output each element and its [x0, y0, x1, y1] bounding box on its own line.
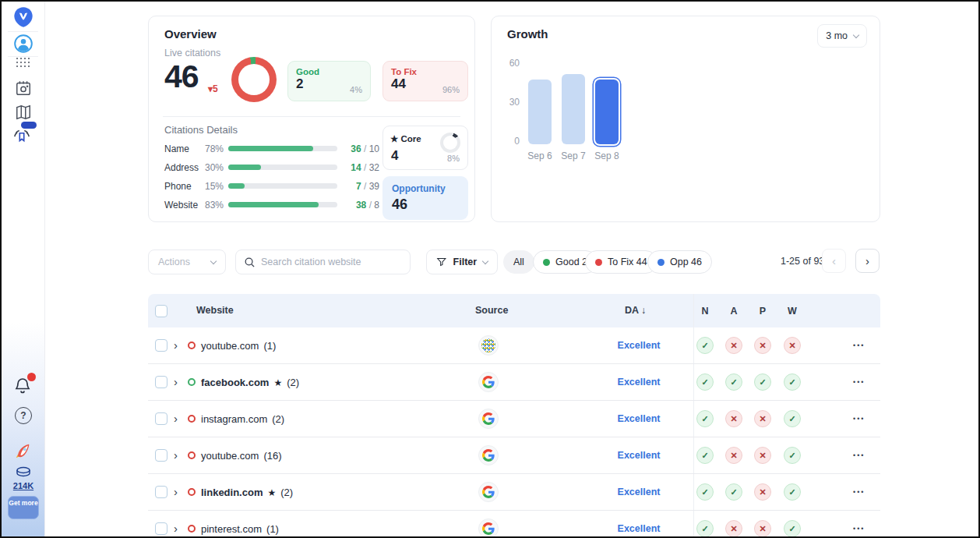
website-cell[interactable]: pinterest.com(1): [201, 523, 279, 535]
check-circle-icon: ✓: [784, 483, 801, 501]
detail-progress-track: [228, 165, 337, 170]
growth-bar[interactable]: [528, 80, 552, 144]
get-more-button[interactable]: Get more: [8, 496, 39, 519]
media-scheduler-button[interactable]: [2, 80, 45, 97]
expand-row-chevron[interactable]: ›: [174, 338, 178, 352]
detail-progress-track: [228, 183, 337, 189]
website-cell[interactable]: instagram.com(2): [201, 413, 284, 425]
row-more-button[interactable]: •••: [853, 415, 865, 423]
filter-chip[interactable]: Opp 46: [647, 250, 712, 274]
search-icon: [244, 257, 256, 268]
x-circle-icon: ✕: [725, 337, 742, 354]
website-cell[interactable]: linkedin.com★(2): [201, 487, 293, 498]
row-checkbox[interactable]: [155, 412, 167, 425]
row-checkbox[interactable]: [155, 486, 167, 498]
da-column-header[interactable]: DA ↓: [625, 305, 646, 316]
da-rating[interactable]: Excellent: [604, 340, 674, 351]
expand-row-chevron[interactable]: ›: [174, 485, 178, 498]
range-select[interactable]: 3 mo: [817, 24, 867, 48]
detail-count: 36 / 10: [351, 143, 379, 154]
opportunity-stat-card[interactable]: Opportunity 46: [382, 176, 468, 220]
row-more-button[interactable]: •••: [853, 378, 865, 386]
search-input[interactable]: [261, 257, 393, 267]
da-rating[interactable]: Excellent: [604, 523, 674, 534]
credits-count[interactable]: 214K: [2, 481, 45, 490]
detail-count: 7 / 39: [356, 181, 379, 192]
y-axis-tick: 0: [501, 136, 520, 147]
row-checkbox[interactable]: [155, 449, 167, 462]
filter-chip[interactable]: To Fix 44: [585, 250, 657, 274]
expand-row-chevron[interactable]: ›: [174, 448, 178, 462]
broadcast-beta-button[interactable]: [2, 123, 45, 147]
column-divider: [693, 474, 694, 510]
row-checkbox[interactable]: [155, 522, 167, 535]
core-donut-chart: [440, 133, 460, 153]
check-circle-icon: ✓: [784, 373, 801, 391]
row-checkbox[interactable]: [155, 339, 167, 352]
good-stat-card[interactable]: Good 2 4%: [287, 61, 371, 101]
row-more-button[interactable]: •••: [853, 451, 865, 459]
source-column-header[interactable]: Source: [475, 305, 508, 316]
google-source-icon: [478, 445, 499, 465]
napw-header-n[interactable]: N: [696, 306, 714, 317]
expand-row-chevron[interactable]: ›: [174, 412, 178, 425]
sidebar: ? 214K Get more: [2, 2, 45, 536]
row-more-button[interactable]: •••: [853, 342, 865, 349]
detail-label: Phone: [164, 181, 192, 192]
actions-select[interactable]: Actions: [148, 250, 226, 274]
google-source-icon: [478, 409, 499, 429]
apps-menu-button[interactable]: [2, 58, 45, 68]
tofix-stat-card[interactable]: To Fix 44 96%: [382, 61, 468, 101]
table-body: ›youtube.com(1)Excellent✓✕✕✕•••›facebook…: [148, 327, 880, 538]
expand-row-chevron[interactable]: ›: [174, 375, 178, 388]
detail-percent: 15%: [205, 181, 224, 192]
core-stat-card[interactable]: ★ Core 4 8%: [382, 126, 468, 170]
check-circle-icon: ✓: [696, 447, 714, 464]
expand-row-chevron[interactable]: ›: [174, 522, 178, 535]
growth-bar[interactable]: [595, 80, 619, 144]
google-source-icon: [478, 372, 499, 392]
da-rating[interactable]: Excellent: [604, 487, 674, 497]
filter-button[interactable]: Filter: [426, 250, 498, 274]
website-column-header[interactable]: Website: [196, 305, 234, 316]
credits-button[interactable]: [2, 465, 45, 480]
status-ring-to-fix: [188, 415, 196, 423]
guide-book-button[interactable]: [2, 104, 45, 121]
website-name: linkedin.com: [201, 487, 263, 498]
detail-progress-track: [228, 146, 337, 151]
table-row: ›pinterest.com(1)Excellent✓✕✕✓•••: [148, 511, 880, 538]
website-cell[interactable]: youtube.com(16): [201, 450, 282, 462]
website-cell[interactable]: facebook.com★(2): [201, 377, 299, 388]
help-button[interactable]: ?: [2, 407, 45, 424]
profile-avatar[interactable]: [2, 31, 45, 56]
da-rating[interactable]: Excellent: [604, 377, 674, 388]
core-value: 4: [391, 148, 398, 164]
status-dot: [543, 259, 550, 266]
notifications-button[interactable]: [2, 376, 45, 396]
overview-card: Overview Live citations 46 ▾5 Good 2 4% …: [148, 16, 475, 222]
divider: [163, 116, 460, 117]
table-row: ›youtube.com(1)Excellent✓✕✕✕•••: [148, 327, 880, 364]
row-checkbox[interactable]: [155, 376, 167, 388]
opportunity-value: 46: [392, 196, 407, 213]
check-circle-icon: ✓: [784, 410, 801, 427]
row-more-button[interactable]: •••: [853, 525, 865, 533]
brand-logo[interactable]: [2, 6, 45, 28]
napw-header-a[interactable]: A: [725, 306, 742, 317]
favorite-star-icon: ★: [273, 377, 282, 388]
website-cell[interactable]: youtube.com(1): [201, 340, 276, 352]
select-all-checkbox[interactable]: [155, 305, 167, 317]
opportunity-label: Opportunity: [392, 183, 446, 194]
da-rating[interactable]: Excellent: [604, 450, 674, 461]
row-more-button[interactable]: •••: [853, 488, 865, 496]
da-rating[interactable]: Excellent: [604, 413, 674, 424]
pagination-next-button[interactable]: ›: [855, 249, 880, 273]
boost-button[interactable]: [2, 440, 45, 462]
pagination-prev-button[interactable]: ‹: [822, 249, 846, 273]
y-axis-tick: 60: [501, 58, 520, 69]
filter-chip[interactable]: All: [503, 250, 534, 274]
napw-header-w[interactable]: W: [784, 306, 801, 317]
napw-header-p[interactable]: P: [754, 306, 771, 317]
growth-bar[interactable]: [562, 74, 585, 144]
citation-count: (1): [266, 523, 279, 535]
